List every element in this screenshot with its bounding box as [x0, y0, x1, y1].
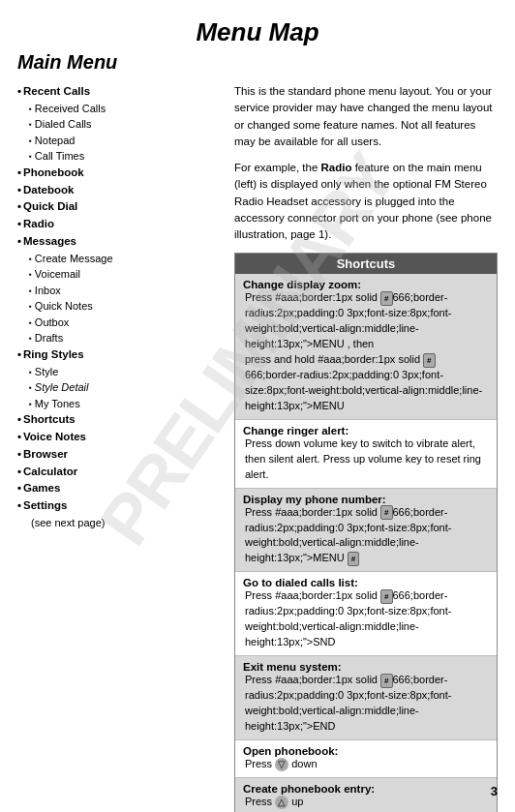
menu-item-label: Calculator: [23, 464, 77, 481]
menu-list-item: • Phonebook: [17, 165, 221, 182]
shortcut-title: Exit menu system:: [243, 661, 489, 673]
menu-item-label: Recent Calls: [23, 83, 90, 101]
menu-list-item: ▪ Drafts: [17, 330, 221, 346]
menu-list-item: ▪ Style: [17, 364, 221, 380]
menu-item-label: Voicemail: [35, 266, 80, 283]
menu-list-item: ▪ Inbox: [17, 283, 221, 299]
shortcuts-box: Shortcuts Change display zoom:Press #aaa…: [234, 253, 498, 812]
shortcuts-list: Change display zoom:Press #aaa;border:1p…: [235, 274, 497, 812]
page-number: 3: [491, 784, 498, 798]
menu-item-label: Phonebook: [23, 165, 84, 182]
shortcut-desc: Press #aaa;border:1px solid #666;border-…: [243, 673, 489, 735]
menu-list-item: • Settings: [17, 497, 221, 515]
shortcut-item: Go to dialed calls list:Press #aaa;borde…: [235, 572, 497, 656]
menu-item-label: Style: [35, 364, 58, 380]
shortcut-item: Exit menu system:Press #aaa;border:1px s…: [235, 656, 497, 740]
menu-list-item: ▪ Received Calls: [17, 101, 221, 117]
menu-list-item: ▪ My Tones: [17, 396, 221, 412]
menu-list-item: • Browser: [17, 446, 221, 464]
menu-item-label: Dialed Calls: [35, 116, 92, 133]
menu-item-label: Settings: [23, 497, 67, 515]
menu-list-item: • Datebook: [17, 182, 221, 199]
shortcut-desc: Press ▽ down: [243, 757, 489, 772]
shortcut-desc: Press down volume key to switch to vibra…: [243, 436, 489, 483]
menu-item-label: Outbox: [35, 315, 69, 331]
menu-list-item: ▪ Quick Notes: [17, 298, 221, 315]
menu-list-item: • Quick Dial: [17, 198, 221, 216]
description-2: For example, the Radio feature on the ma…: [234, 160, 498, 243]
menu-list-item: • Messages: [17, 233, 221, 251]
menu-list: • Recent Calls▪ Received Calls▪ Dialed C…: [17, 83, 221, 531]
shortcut-title: Open phonebook:: [243, 745, 489, 757]
menu-list-item: ▪ Outbox: [17, 315, 221, 331]
menu-list-item: ▪ Voicemail: [17, 266, 221, 283]
section-title: Main Menu: [17, 51, 498, 74]
shortcut-item: Change display zoom:Press #aaa;border:1p…: [235, 274, 497, 420]
menu-item-label: Call Times: [35, 148, 84, 165]
shortcut-title: Change display zoom:: [243, 279, 489, 290]
menu-item-label: Ring Styles: [23, 346, 84, 364]
menu-list-item: • Games: [17, 480, 221, 497]
right-column: This is the standard phone menu layout. …: [234, 83, 498, 812]
menu-item-label: Browser: [23, 446, 68, 464]
shortcut-item: Open phonebook:Press ▽ down: [235, 740, 497, 778]
menu-item-label: Radio: [23, 216, 54, 233]
menu-item-label: Shortcuts: [23, 411, 76, 429]
shortcuts-header: Shortcuts: [235, 254, 497, 274]
shortcut-desc: Press △ up: [243, 795, 489, 810]
menu-item-label: Games: [23, 480, 60, 497]
menu-list-item: ▪ Create Message: [17, 251, 221, 267]
menu-item-label: Create Message: [35, 251, 113, 267]
menu-list-item: • Shortcuts: [17, 411, 221, 429]
menu-item-label: Notepad: [35, 133, 76, 149]
menu-item-label: My Tones: [35, 396, 80, 412]
menu-list-item: • Recent Calls: [17, 83, 221, 101]
shortcut-desc: Press #aaa;border:1px solid #666;border-…: [243, 588, 489, 650]
left-column: • Recent Calls▪ Received Calls▪ Dialed C…: [17, 83, 221, 812]
shortcut-title: Display my phone number:: [243, 494, 489, 505]
menu-list-item: • Radio: [17, 216, 221, 233]
shortcut-item: Change ringer alert:Press down volume ke…: [235, 420, 497, 489]
shortcut-item: Create phonebook entry:Press △ up: [235, 778, 497, 812]
menu-list-item: • Calculator: [17, 464, 221, 481]
menu-list-item: ▪ Dialed Calls: [17, 116, 221, 133]
shortcut-title: Change ringer alert:: [243, 425, 489, 436]
menu-item-label: Datebook: [23, 182, 74, 199]
shortcut-title: Go to dialed calls list:: [243, 577, 489, 588]
shortcut-desc: Press #aaa;border:1px solid #666;border-…: [243, 290, 489, 414]
menu-list-item: ▪ Style Detail: [17, 379, 221, 396]
menu-item-label: Quick Dial: [23, 198, 77, 216]
menu-item-label: (see next page): [31, 517, 105, 528]
description-1: This is the standard phone menu layout. …: [234, 83, 498, 150]
menu-list-item: ▪ Call Times: [17, 148, 221, 165]
menu-list-item: ▪ Notepad: [17, 133, 221, 149]
menu-item-label: Messages: [23, 233, 76, 251]
menu-item-label: Quick Notes: [35, 298, 93, 315]
menu-item-label: Drafts: [35, 330, 63, 346]
shortcut-title: Create phonebook entry:: [243, 783, 489, 795]
menu-item-label: Style Detail: [35, 379, 89, 396]
menu-list-item: (see next page): [17, 515, 221, 531]
menu-item-label: Received Calls: [35, 101, 106, 117]
menu-list-item: • Voice Notes: [17, 429, 221, 446]
content-area: • Recent Calls▪ Received Calls▪ Dialed C…: [17, 83, 498, 812]
page: PRELIMINARY Menu Map Main Menu • Recent …: [0, 0, 515, 812]
menu-list-item: • Ring Styles: [17, 346, 221, 364]
shortcut-item: Display my phone number:Press #aaa;borde…: [235, 489, 497, 573]
menu-item-label: Voice Notes: [23, 429, 86, 446]
shortcut-desc: Press #aaa;border:1px solid #666;border-…: [243, 505, 489, 567]
menu-item-label: Inbox: [35, 283, 61, 299]
main-title: Menu Map: [17, 17, 498, 47]
